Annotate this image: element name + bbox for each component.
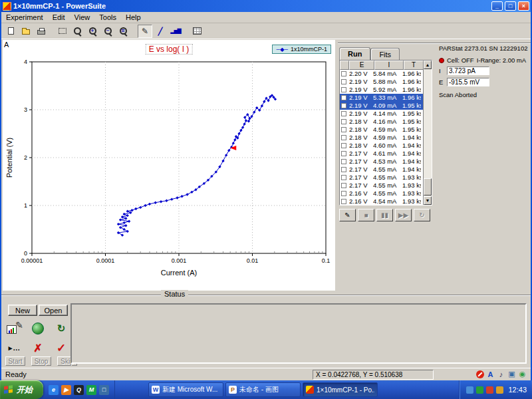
row-checkbox[interactable] — [341, 127, 346, 132]
open-button[interactable]: Open — [39, 305, 68, 316]
more-options-button[interactable]: ▸… — [5, 340, 24, 356]
table-row[interactable]: 2.18 V4.60 mA1.94 ks — [340, 142, 423, 150]
row-checkbox[interactable] — [341, 167, 346, 172]
pause-run-button[interactable]: ▮▮ — [376, 209, 393, 221]
table-row[interactable]: 2.17 V4.53 mA1.94 ks — [340, 158, 423, 166]
ime-english-icon[interactable]: A — [486, 370, 495, 378]
table-row[interactable]: 2.18 V4.59 mA1.95 ks — [340, 126, 423, 134]
table-row[interactable]: 2.20 V5.84 mA1.96 ks — [340, 70, 423, 78]
stop-run-button[interactable]: ■ — [358, 209, 374, 221]
network-icon[interactable] — [496, 386, 503, 394]
tab-run[interactable]: Run — [339, 47, 370, 60]
repeat-run-button[interactable]: ↻ — [414, 209, 430, 221]
start-button[interactable]: Start — [5, 356, 25, 366]
web-resources-button[interactable] — [29, 321, 47, 336]
zoom-button[interactable] — [70, 25, 85, 38]
task-paint[interactable]: P未命名 - 画图 — [225, 382, 301, 397]
line-annotate-button[interactable]: ╱ — [153, 25, 168, 38]
task-word[interactable]: W新建 Microsoft W... — [148, 382, 223, 397]
row-checkbox[interactable] — [341, 159, 346, 164]
column-header-e[interactable]: E — [349, 61, 374, 70]
menu-experiment[interactable]: Experiment — [1, 13, 48, 22]
volume-icon[interactable]: ♪ — [497, 370, 505, 378]
column-header-i[interactable]: I — [374, 61, 404, 70]
skip-to-end-button[interactable]: ▶▶ — [395, 209, 412, 221]
zoom-reset-button[interactable]: ≡ — [116, 25, 131, 38]
menu-help[interactable]: Help — [121, 13, 146, 22]
scheduler-icon[interactable]: ◉ — [518, 370, 527, 378]
quicklaunch-internet-explorer[interactable]: e — [49, 385, 59, 395]
row-checkbox[interactable] — [341, 87, 346, 92]
start-button-taskbar[interactable]: 开始 — [0, 380, 43, 399]
potential-readout: -915.5 mV — [447, 78, 489, 86]
table-row[interactable]: 2.17 V4.61 mA1.94 ks — [340, 150, 423, 158]
open-button[interactable] — [19, 25, 33, 38]
table-row[interactable]: 2.16 V4.55 mA1.93 ks — [340, 190, 423, 198]
table-row[interactable]: 2.18 V4.59 mA1.94 ks — [340, 134, 423, 142]
row-checkbox[interactable] — [341, 71, 346, 76]
new-button[interactable]: New — [8, 305, 37, 316]
ime-block-icon[interactable] — [476, 370, 484, 378]
row-checkbox[interactable] — [341, 183, 346, 188]
row-checkbox[interactable] — [341, 191, 346, 196]
task-powersuite[interactable]: 1×10mmCP-1 - Po... — [303, 382, 378, 397]
tab-fits[interactable]: Fits — [370, 48, 400, 60]
edit-experiment-button[interactable]: ✎ — [5, 321, 24, 336]
quicklaunch-media-player[interactable]: ▶ — [61, 385, 71, 395]
minimize-button[interactable]: _ — [491, 1, 503, 11]
table-row[interactable]: 2.17 V4.55 mA1.94 ks — [340, 166, 423, 174]
chart-plot[interactable]: 0.000010.00010.0010.010.101234Current (A… — [3, 40, 335, 291]
table-row[interactable]: 2.16 V4.54 mA1.93 ks — [340, 198, 423, 205]
table-row[interactable]: 2.19 V5.92 mA1.96 ks — [340, 86, 423, 94]
maximize-button[interactable]: □ — [505, 1, 516, 11]
menu-tools[interactable]: Tools — [94, 13, 121, 22]
scroll-up-icon[interactable]: ▲ — [424, 61, 432, 69]
quicklaunch-messenger[interactable]: M — [86, 385, 96, 395]
table-row[interactable]: 2.19 V5.88 mA1.96 ks — [340, 78, 423, 86]
column-header-t[interactable]: T — [404, 61, 424, 70]
table-row[interactable]: 2.19 V4.09 mA1.95 ks — [340, 102, 423, 110]
close-button[interactable]: × — [518, 1, 529, 11]
chart-options-button[interactable]: ▂▅▇ — [168, 25, 183, 38]
chart-legend[interactable]: 1x10mmCP-1 — [272, 45, 331, 54]
new-button[interactable] — [3, 25, 18, 38]
table-row[interactable]: 2.17 V4.55 mA1.93 ks — [340, 182, 423, 190]
row-checkbox[interactable] — [341, 103, 346, 108]
zoom-out-button[interactable]: − — [101, 25, 116, 38]
scroll-thumb[interactable] — [424, 178, 432, 196]
row-checkbox[interactable] — [341, 135, 346, 140]
table-scrollbar[interactable]: ▲ ▼ — [423, 61, 432, 205]
menu-edit[interactable]: Edit — [48, 13, 70, 22]
data-grid-button[interactable] — [190, 25, 204, 38]
print-button[interactable] — [34, 25, 49, 38]
zoom-select-button[interactable] — [55, 25, 70, 38]
quicklaunch-qq[interactable]: Q — [74, 385, 84, 395]
table-row[interactable]: 2.19 V5.33 mA1.96 ks — [340, 94, 423, 102]
row-checkbox[interactable] — [341, 143, 346, 148]
table-row[interactable]: 2.19 V4.14 mA1.95 ks — [340, 110, 423, 118]
scroll-down-icon[interactable]: ▼ — [424, 196, 432, 205]
quicklaunch-show-desktop[interactable]: □ — [99, 385, 109, 395]
antivirus-icon[interactable] — [476, 386, 483, 394]
accept-button[interactable]: ✓ — [52, 340, 70, 356]
display-icon[interactable]: ▣ — [507, 370, 516, 378]
repeat-experiment-button[interactable]: ↻ — [52, 321, 70, 336]
row-checkbox[interactable] — [341, 175, 346, 180]
menu-view[interactable]: View — [70, 13, 95, 22]
ime-icon[interactable] — [486, 386, 493, 394]
row-checkbox[interactable] — [341, 111, 346, 116]
row-checkbox[interactable] — [341, 151, 346, 156]
edit-point-button[interactable]: ✎ — [339, 209, 356, 221]
row-checkbox[interactable] — [341, 79, 346, 84]
row-checkbox[interactable] — [341, 119, 346, 124]
stop-button[interactable]: Stop — [31, 356, 51, 366]
row-checkbox[interactable] — [341, 199, 346, 204]
volume-icon[interactable] — [466, 386, 473, 394]
row-checkbox[interactable] — [341, 95, 346, 100]
reject-button[interactable]: ✗ — [29, 340, 47, 356]
zoom-in-button[interactable]: + — [86, 25, 100, 38]
chart-title[interactable]: E vs log( I ) — [146, 44, 193, 55]
table-row[interactable]: 2.18 V4.16 mA1.95 ks — [340, 118, 423, 126]
pen-annotate-button[interactable]: ✎ — [138, 25, 152, 38]
table-row[interactable]: 2.17 V4.55 mA1.93 ks — [340, 174, 423, 182]
